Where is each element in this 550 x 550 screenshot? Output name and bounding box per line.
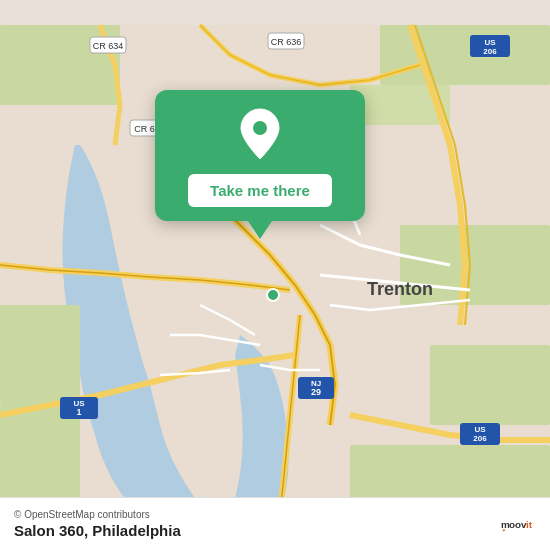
svg-point-29 xyxy=(253,121,267,135)
svg-text:CR 636: CR 636 xyxy=(271,37,302,47)
location-pin-icon xyxy=(236,107,284,161)
bottom-bar: © OpenStreetMap contributors Salon 360, … xyxy=(0,497,550,550)
osm-attribution: © OpenStreetMap contributors xyxy=(14,509,181,520)
popup-card: Take me there xyxy=(155,90,365,221)
svg-text:Trenton: Trenton xyxy=(367,279,433,299)
svg-marker-33 xyxy=(502,529,505,531)
bottom-left: © OpenStreetMap contributors Salon 360, … xyxy=(14,509,181,539)
map-container: CR 634 CR 636 US 206 CR 6.. Trenton US 1… xyxy=(0,0,550,550)
take-me-there-button[interactable]: Take me there xyxy=(188,174,332,207)
svg-text:206: 206 xyxy=(473,434,487,443)
svg-text:1: 1 xyxy=(76,407,81,417)
svg-rect-5 xyxy=(0,305,80,405)
svg-text:US: US xyxy=(484,38,496,47)
svg-rect-7 xyxy=(430,345,550,425)
svg-text:US: US xyxy=(474,425,486,434)
location-icon-wrap xyxy=(234,108,286,160)
moovit-logo-icon: m oov it xyxy=(500,506,536,542)
svg-text:CR 634: CR 634 xyxy=(93,41,124,51)
map-background: CR 634 CR 636 US 206 CR 6.. Trenton US 1… xyxy=(0,0,550,550)
svg-text:it: it xyxy=(526,519,533,530)
svg-text:m: m xyxy=(501,519,510,530)
moovit-logo: m oov it xyxy=(500,506,536,542)
svg-point-28 xyxy=(267,289,279,301)
svg-text:29: 29 xyxy=(311,387,321,397)
location-name: Salon 360, Philadelphia xyxy=(14,522,181,539)
svg-text:oov: oov xyxy=(509,519,527,530)
svg-text:206: 206 xyxy=(483,47,497,56)
svg-rect-2 xyxy=(380,25,550,85)
